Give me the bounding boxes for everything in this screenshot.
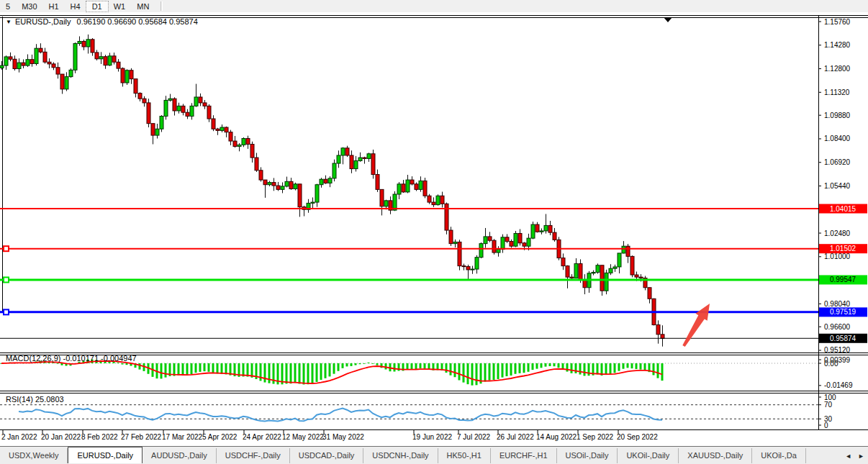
rsi-axis-label: 100 bbox=[824, 394, 836, 401]
hline-handle[interactable] bbox=[4, 246, 9, 251]
tab-hk50-h1[interactable]: HK50-,H1 bbox=[438, 448, 491, 463]
candle-down bbox=[147, 103, 150, 124]
candle-down bbox=[60, 74, 64, 89]
candle-up bbox=[268, 183, 271, 185]
tab-eurusd-daily[interactable]: EURUSD-,Daily bbox=[68, 447, 143, 463]
candle-up bbox=[35, 48, 38, 63]
candle-up bbox=[501, 237, 505, 250]
macd-bar bbox=[549, 363, 551, 366]
macd-bar bbox=[117, 363, 119, 363]
price-tick-label: 1.01000 bbox=[824, 253, 851, 260]
tab-xauusd-daily[interactable]: XAUUSD-,Daily bbox=[679, 448, 752, 463]
candle-down bbox=[151, 124, 155, 135]
candle-down bbox=[462, 266, 466, 267]
date-tick-label[interactable]: 14 Aug 2022 bbox=[536, 433, 577, 441]
date-tick-label[interactable]: 20 Jan 2022 bbox=[41, 433, 81, 441]
candle-up bbox=[592, 272, 595, 273]
candle-up bbox=[17, 63, 21, 68]
macd-bar bbox=[536, 363, 538, 369]
candle-down bbox=[579, 264, 582, 280]
macd-bar bbox=[204, 363, 206, 371]
hline-1.01502[interactable]: 1.01502 bbox=[0, 244, 867, 253]
macd-bar bbox=[614, 363, 616, 373]
tab-scroll-left-icon[interactable]: ◄ bbox=[845, 452, 851, 460]
macd-bar bbox=[484, 363, 487, 382]
macd-bar bbox=[126, 363, 128, 365]
candle-down bbox=[415, 184, 418, 190]
candle-down bbox=[518, 233, 522, 242]
macd-bar bbox=[225, 363, 227, 374]
candle-up bbox=[484, 237, 487, 244]
hline-0.95874[interactable]: 0.95874 bbox=[0, 334, 867, 343]
tab-usdchf-daily[interactable]: USDCHF-,Daily bbox=[217, 448, 290, 463]
hline-0.99547[interactable]: 0.99547 bbox=[0, 275, 867, 284]
date-tick-label[interactable]: 5 Apr 2022 bbox=[202, 433, 238, 441]
tab-eurchf-h1[interactable]: EURCHF-,H1 bbox=[491, 448, 557, 463]
date-tick-label[interactable]: 26 Jul 2022 bbox=[497, 433, 534, 441]
candle-down bbox=[376, 175, 379, 190]
tab-usdcnh-daily[interactable]: USDCNH-,Daily bbox=[363, 448, 438, 463]
date-tick-label[interactable]: 19 Jun 2022 bbox=[412, 433, 452, 441]
candle-up bbox=[406, 180, 410, 192]
tab-audusd-daily[interactable]: AUDUSD-,Daily bbox=[143, 448, 217, 463]
date-tick-label[interactable]: 31 May 2022 bbox=[322, 433, 364, 441]
date-tick-label[interactable]: 2 Jan 2022 bbox=[1, 433, 37, 441]
chart-canvas[interactable]: 1.157601.142801.128001.113201.098801.084… bbox=[0, 0, 868, 464]
candle-up bbox=[471, 269, 474, 270]
date-tick-label[interactable]: 7 Jul 2022 bbox=[457, 433, 491, 441]
macd-axis-label: 0.00 bbox=[824, 360, 838, 368]
price-badge-label: 1.04015 bbox=[830, 205, 856, 213]
macd-bar bbox=[178, 363, 180, 376]
candle-down bbox=[423, 181, 427, 196]
chart-shift-marker-icon bbox=[664, 17, 672, 22]
candle-down bbox=[173, 99, 176, 111]
candle-down bbox=[255, 158, 258, 170]
macd-bar bbox=[208, 363, 210, 372]
tab-usdx-weekly[interactable]: USDX,Weekly bbox=[0, 448, 68, 463]
candle-down bbox=[630, 256, 634, 275]
date-tick-label[interactable]: 12 May 2022 bbox=[282, 433, 324, 441]
macd-bar bbox=[618, 363, 620, 371]
tab-ukoil-daily[interactable]: UKOil-,Daily bbox=[618, 448, 679, 463]
date-tick-label[interactable]: 27 Feb 2022 bbox=[121, 433, 162, 441]
candle-up bbox=[618, 253, 621, 267]
macd-bar bbox=[515, 363, 517, 374]
hline-handle[interactable] bbox=[4, 277, 9, 282]
tab-scroll-arrows: ◄ ► bbox=[839, 447, 868, 464]
trend-arrow-object[interactable] bbox=[682, 304, 710, 347]
macd-bar bbox=[446, 363, 448, 373]
price-tick-label: 1.05440 bbox=[824, 182, 851, 190]
macd-bar bbox=[510, 363, 512, 376]
candle-down bbox=[203, 103, 207, 106]
candle-down bbox=[212, 119, 215, 129]
price-tick-label: 1.06920 bbox=[824, 158, 851, 166]
tab-scroll-right-icon[interactable]: ► bbox=[858, 452, 864, 460]
date-tick-label[interactable]: 20 Sep 2022 bbox=[617, 433, 658, 441]
macd-bar bbox=[657, 363, 659, 378]
macd-bar bbox=[631, 363, 633, 368]
date-tick-label[interactable]: 17 Mar 2022 bbox=[162, 433, 203, 441]
tab-ukoil-da[interactable]: UKOil-,Da bbox=[752, 448, 806, 463]
macd-bar bbox=[571, 363, 573, 373]
tab-usdcad-daily[interactable]: USDCAD-,Daily bbox=[290, 448, 364, 463]
price-tick-label: 0.98040 bbox=[824, 300, 851, 308]
hline-0.97519[interactable]: 0.97519 bbox=[0, 307, 867, 317]
candle-up bbox=[514, 233, 517, 246]
macd-bar bbox=[541, 363, 543, 368]
date-tick-label[interactable]: 8 Feb 2022 bbox=[81, 433, 118, 441]
price-badge-label: 1.01502 bbox=[830, 245, 856, 253]
macd-bar bbox=[411, 363, 413, 369]
tab-usoil-daily[interactable]: USOil-,Daily bbox=[557, 448, 618, 463]
candle-down bbox=[324, 179, 327, 183]
date-tick-label[interactable]: 24 Apr 2022 bbox=[243, 433, 281, 441]
candle-up bbox=[125, 70, 129, 83]
candle-up bbox=[341, 148, 345, 155]
date-tick-label[interactable]: 1 Sep 2022 bbox=[577, 433, 614, 441]
hline-handle[interactable] bbox=[4, 309, 9, 314]
mt4-window: 5M30H1H4D1W1MN 1.157601.142801.128001.11… bbox=[0, 0, 868, 464]
candle-down bbox=[289, 181, 293, 188]
candle-down bbox=[130, 70, 133, 79]
candle-down bbox=[186, 112, 189, 116]
price-tick-label: 1.14280 bbox=[824, 41, 851, 49]
candle-up bbox=[26, 60, 30, 65]
